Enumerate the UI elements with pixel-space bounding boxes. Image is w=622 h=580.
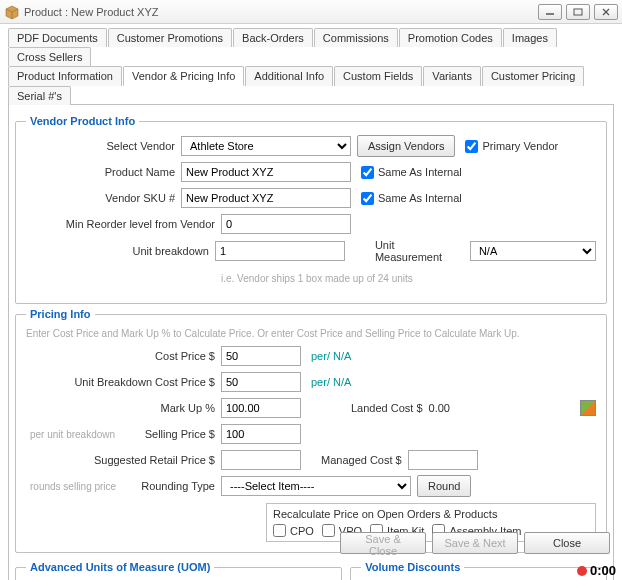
pricing-info-group: Pricing Info Enter Cost Price and Mark U… — [15, 308, 607, 553]
unit-breakdown-label: Unit breakdown — [26, 245, 215, 257]
tab-custom-fields[interactable]: Custom Fields — [334, 66, 422, 86]
cost-price-input[interactable] — [221, 346, 301, 366]
managed-cost-input[interactable] — [408, 450, 478, 470]
uom-group: Advanced Units of Measure (UOM) Specify … — [15, 561, 342, 580]
tab-additional-info[interactable]: Additional Info — [245, 66, 333, 86]
timer-display: 0:00 — [577, 563, 616, 578]
pricing-hint: Enter Cost Price and Mark Up % to Calcul… — [26, 328, 596, 339]
primary-vendor-checkbox[interactable]: Primary Vendor — [465, 140, 558, 153]
tab-customer-pricing[interactable]: Customer Pricing — [482, 66, 584, 86]
box-icon — [4, 4, 20, 20]
unit-measurement-label: Unit Measurement — [375, 239, 462, 263]
markup-input[interactable] — [221, 398, 301, 418]
markup-label: Mark Up % — [26, 402, 221, 414]
rounding-type-dropdown[interactable]: ----Select Item---- — [221, 476, 411, 496]
min-reorder-label: Min Reorder level from Vendor — [26, 218, 221, 230]
landed-cost-icon[interactable] — [580, 400, 596, 416]
srp-label: Suggested Retail Price $ — [26, 454, 221, 466]
per-unit-hint: per unit breakdown — [26, 429, 126, 440]
recalc-title: Recalculate Price on Open Orders & Produ… — [273, 508, 589, 520]
rounding-type-label: Rounding Type — [126, 480, 221, 492]
tab-customer-promotions[interactable]: Customer Promotions — [108, 28, 232, 47]
tab-product-information[interactable]: Product Information — [8, 66, 122, 86]
round-button[interactable]: Round — [417, 475, 471, 497]
managed-cost-label: Managed Cost $ — [321, 454, 402, 466]
tab-variants[interactable]: Variants — [423, 66, 481, 86]
uom-legend: Advanced Units of Measure (UOM) — [26, 561, 214, 573]
assign-vendors-button[interactable]: Assign Vendors — [357, 135, 455, 157]
tab-serial-s[interactable]: Serial #'s — [8, 86, 71, 105]
minimize-button[interactable] — [538, 4, 562, 20]
select-vendor-dropdown[interactable]: Athlete Store — [181, 136, 351, 156]
record-dot-icon — [577, 566, 587, 576]
close-button[interactable]: Close — [524, 532, 610, 554]
tab-back-orders[interactable]: Back-Orders — [233, 28, 313, 47]
ubcp-label: Unit Breakdown Cost Price $ — [26, 376, 221, 388]
unit-breakdown-hint: i.e. Vendor ships 1 box made up of 24 un… — [221, 273, 413, 284]
svg-rect-3 — [574, 9, 582, 15]
unit-measurement-dropdown[interactable]: N/A — [470, 241, 596, 261]
vendor-product-info-group: Vendor Product Info Select Vendor Athlet… — [15, 115, 607, 304]
vendor-sku-label: Vendor SKU # — [26, 192, 181, 204]
tab-cross-sellers[interactable]: Cross Sellers — [8, 47, 91, 66]
product-name-input[interactable] — [181, 162, 351, 182]
cost-price-label: Cost Price $ — [26, 350, 221, 362]
srp-input[interactable] — [221, 450, 301, 470]
maximize-button[interactable] — [566, 4, 590, 20]
min-reorder-input[interactable] — [221, 214, 351, 234]
cost-price-per: per/ N/A — [311, 350, 351, 362]
unit-breakdown-input[interactable] — [215, 241, 345, 261]
select-vendor-label: Select Vendor — [26, 140, 181, 152]
rounding-hint: rounds selling price — [26, 481, 126, 492]
save-close-button[interactable]: Save & Close — [340, 532, 426, 554]
same-as-internal-2-checkbox[interactable]: Same As Internal — [361, 192, 462, 205]
ubcp-per: per/ N/A — [311, 376, 351, 388]
save-next-button[interactable]: Save & Next — [432, 532, 518, 554]
close-window-button[interactable] — [594, 4, 618, 20]
vendor-legend: Vendor Product Info — [26, 115, 139, 127]
tab-images[interactable]: Images — [503, 28, 557, 47]
window-title: Product : New Product XYZ — [24, 6, 538, 18]
selling-price-label: Selling Price $ — [126, 428, 221, 440]
recalc-cpo-checkbox[interactable]: CPO — [273, 524, 314, 537]
vendor-sku-input[interactable] — [181, 188, 351, 208]
pricing-legend: Pricing Info — [26, 308, 95, 320]
tab-commissions[interactable]: Commissions — [314, 28, 398, 47]
product-name-label: Product Name — [26, 166, 181, 178]
volume-discounts-group: Volume Discounts Customer Vendor — [350, 561, 607, 580]
tab-promotion-codes[interactable]: Promotion Codes — [399, 28, 502, 47]
landed-cost-value: 0.00 — [429, 402, 450, 414]
ubcp-input[interactable] — [221, 372, 301, 392]
vol-legend: Volume Discounts — [361, 561, 464, 573]
tab-vendor-pricing-info[interactable]: Vendor & Pricing Info — [123, 66, 244, 86]
landed-cost-label: Landed Cost $ — [351, 402, 423, 414]
same-as-internal-1-checkbox[interactable]: Same As Internal — [361, 166, 462, 179]
tab-pdf-documents[interactable]: PDF Documents — [8, 28, 107, 47]
selling-price-input[interactable] — [221, 424, 301, 444]
